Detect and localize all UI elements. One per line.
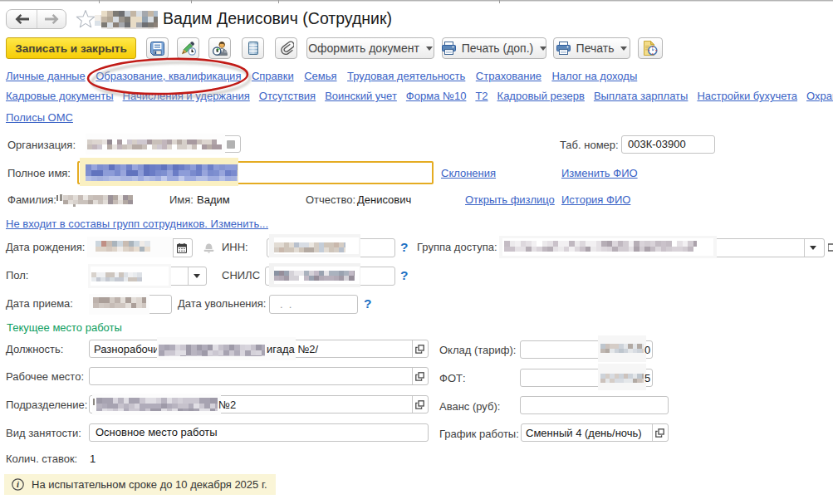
svg-text:i: i (17, 480, 19, 489)
